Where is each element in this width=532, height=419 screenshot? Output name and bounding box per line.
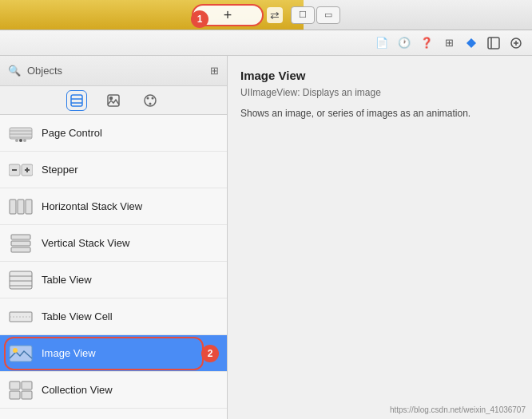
media-category-tab[interactable]	[103, 90, 124, 111]
view-btn-1-icon: ☐	[299, 10, 307, 20]
panel-header: 🔍 Objects ⊞	[0, 56, 227, 86]
top-bar-center: 1 + ⇄ ☐ ▭	[192, 4, 340, 26]
svg-rect-39	[10, 346, 32, 362]
svg-rect-30	[11, 235, 30, 239]
objects-list: Page Control Stepper	[0, 115, 227, 419]
panel-title: Objects	[27, 65, 204, 77]
swap-button[interactable]: ⇄	[267, 7, 283, 23]
page-control-label: Page Control	[42, 127, 102, 139]
svg-rect-9	[108, 95, 119, 106]
view-toggle-group: ☐ ▭	[291, 6, 340, 24]
tableview-icon	[8, 267, 34, 293]
grid-view-icon[interactable]: ⊞	[210, 65, 219, 77]
detail-subtitle: UIImageView: Displays an image	[240, 87, 519, 98]
grid-icon[interactable]: ⊞	[441, 35, 457, 51]
detail-title: Image View	[240, 69, 519, 82]
list-item-vstack[interactable]: Vertical Stack View	[0, 225, 227, 262]
svg-point-13	[152, 97, 154, 99]
svg-rect-1	[488, 38, 499, 49]
plus-icon: +	[224, 8, 232, 22]
list-item-tableview[interactable]: Table View	[0, 262, 227, 298]
svg-rect-29	[26, 200, 32, 214]
hstack-icon	[8, 194, 34, 219]
second-toolbar: 📄 🕐 ❓ ⊞	[0, 30, 532, 56]
svg-point-40	[13, 348, 18, 353]
hstack-label: Horizontal Stack View	[42, 200, 142, 212]
objects-category-tab[interactable]	[66, 90, 87, 111]
svg-rect-42	[22, 381, 32, 389]
svg-rect-41	[10, 381, 20, 389]
collectionview-label: Collection View	[42, 384, 113, 396]
svg-point-19	[15, 139, 18, 142]
svg-point-14	[149, 102, 152, 105]
stepper-icon	[8, 157, 34, 183]
svg-rect-44	[22, 391, 32, 399]
svg-rect-28	[18, 200, 24, 214]
page-control-icon	[8, 121, 34, 146]
svg-rect-33	[10, 271, 32, 289]
list-item-tableviewcell[interactable]: Table View Cell	[0, 298, 227, 335]
tableview-label: Table View	[42, 274, 92, 286]
svg-rect-43	[10, 391, 20, 399]
footer-url: https://blog.csdn.net/weixin_41036707	[390, 405, 526, 414]
view-btn-2[interactable]: ▭	[316, 6, 340, 24]
objects-panel: 🔍 Objects ⊞	[0, 56, 228, 419]
plus-circle-icon[interactable]	[508, 35, 524, 51]
svg-rect-6	[71, 95, 82, 106]
list-item-hstack[interactable]: Horizontal Stack View	[0, 188, 227, 225]
help-icon[interactable]: ❓	[419, 35, 435, 51]
palette-category-tab[interactable]	[140, 90, 161, 111]
svg-point-21	[23, 139, 26, 142]
collectionview-icon	[8, 377, 34, 403]
panel-icon[interactable]	[486, 35, 502, 51]
right-detail-panel: Image View UIImageView: Displays an imag…	[228, 56, 532, 419]
svg-rect-27	[10, 200, 16, 214]
vstack-label: Vertical Stack View	[42, 237, 129, 249]
svg-rect-32	[11, 247, 30, 252]
category-tabs	[0, 86, 227, 115]
list-item-stepper[interactable]: Stepper	[0, 152, 227, 188]
top-toolbar: 1 + ⇄ ☐ ▭	[0, 0, 532, 30]
search-icon: 🔍	[8, 65, 21, 77]
file-icon[interactable]: 📄	[374, 35, 390, 51]
svg-point-20	[19, 139, 22, 142]
svg-point-12	[147, 97, 149, 99]
clock-icon[interactable]: 🕐	[396, 35, 412, 51]
svg-marker-0	[466, 38, 476, 48]
imageview-label: Image View	[42, 347, 96, 359]
detail-description: Shows an image, or series of images as a…	[240, 106, 519, 121]
imageview-icon	[8, 341, 34, 366]
list-item-collectionview[interactable]: Collection View	[0, 372, 227, 409]
svg-point-10	[110, 97, 113, 99]
svg-rect-31	[11, 241, 30, 246]
diamond-icon[interactable]	[463, 35, 479, 51]
vstack-icon	[8, 231, 34, 256]
stepper-label: Stepper	[42, 164, 78, 176]
main-content: 🔍 Objects ⊞	[0, 56, 532, 419]
list-item-imageview[interactable]: Image View	[0, 335, 227, 372]
badge-2: 2	[201, 345, 219, 362]
badge-1: 1	[191, 10, 208, 28]
list-item-imageview-wrapper: Image View 2	[0, 335, 227, 372]
list-item-page-control[interactable]: Page Control	[0, 115, 227, 152]
tableviewcell-icon	[8, 304, 34, 330]
view-btn-2-icon: ▭	[324, 10, 332, 20]
view-btn-1[interactable]: ☐	[291, 6, 315, 24]
tableviewcell-label: Table View Cell	[42, 310, 113, 322]
